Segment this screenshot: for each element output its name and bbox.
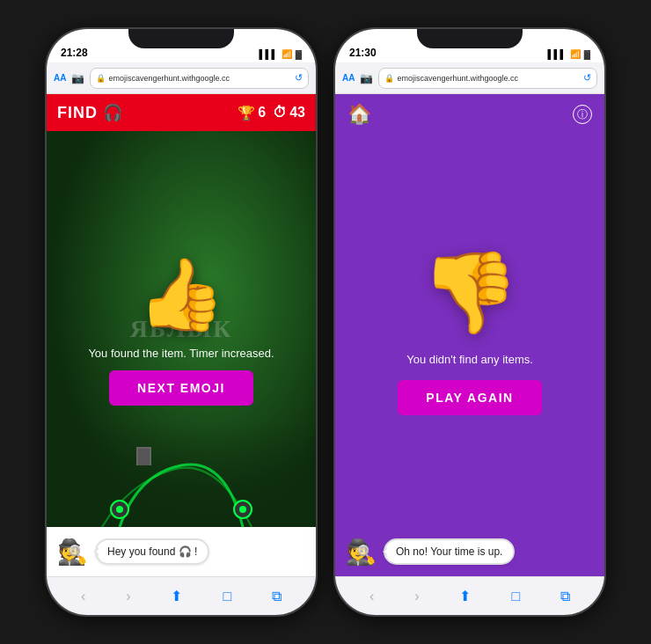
timer-value: 43 xyxy=(289,105,305,121)
url-text-1: emojiscavengerhunt.withgoogle.cc xyxy=(108,74,230,83)
timer-item: ⏱ 43 xyxy=(273,105,305,121)
score-item: 🏆 6 xyxy=(238,105,266,121)
reload-icon-2[interactable]: ↺ xyxy=(583,72,591,84)
battery-icon: ▓ xyxy=(296,49,302,59)
status-icons-2: ▌▌▌ 📶 ▓ xyxy=(547,49,590,59)
info-icon[interactable]: ⓘ xyxy=(573,105,592,124)
url-bar-2: AA 📷 🔒 emojiscavengerhunt.withgoogle.cc … xyxy=(335,62,604,94)
back-button-1[interactable]: ‹ xyxy=(74,585,92,608)
safari-bar-1: ‹ › ⬆ □ ⧉ xyxy=(47,576,316,615)
url-pill-2[interactable]: 🔒 emojiscavengerhunt.withgoogle.cc ↺ xyxy=(378,68,597,89)
forward-button-1[interactable]: › xyxy=(119,585,137,608)
notch-1 xyxy=(128,29,234,48)
lock-icon-2: 🔒 xyxy=(384,74,394,83)
time-1: 21:28 xyxy=(61,47,88,59)
chat-area-2: 🕵️ Oh no! Your time is up. xyxy=(335,527,604,576)
signal-icon: ▌▌▌ xyxy=(259,49,277,59)
found-text: You found the item. Timer increased. xyxy=(88,347,274,360)
time-2: 21:30 xyxy=(349,47,377,59)
url-bar-1: AA 📷 🔒 emojiscavengerhunt.withgoogle.cc … xyxy=(47,62,316,94)
thumbsdown-emoji: 👎 xyxy=(421,246,519,339)
phone-2: 21:30 ▌▌▌ 📶 ▓ AA 📷 🔒 emojiscavengerhunt.… xyxy=(333,27,606,617)
url-pill-1[interactable]: 🔒 emojiscavengerhunt.withgoogle.cc ↺ xyxy=(90,68,309,89)
tabs-button-2[interactable]: ⧉ xyxy=(553,585,577,608)
chat-avatar-1: 🕵️ xyxy=(57,538,88,567)
chat-bubble-1: Hey you found 🎧 ! xyxy=(95,538,209,565)
house-emoji: 🏠 xyxy=(347,103,371,126)
svg-point-3 xyxy=(239,506,246,513)
lock-icon-1: 🔒 xyxy=(96,74,106,83)
chat-text-2: Oh no! Your time is up. xyxy=(396,545,502,558)
next-emoji-button[interactable]: NEXT EMOJI xyxy=(109,370,253,406)
app-content-2: 🏠 ⓘ 👎 You didn't find any items. PLAY AG… xyxy=(335,94,604,576)
status-icons-1: ▌▌▌ 📶 ▓ xyxy=(259,49,302,59)
chat-bubble-2: Oh no! Your time is up. xyxy=(384,538,515,565)
bookmarks-button-2[interactable]: □ xyxy=(504,585,527,608)
earphones-decoration xyxy=(47,421,316,527)
app-content-1: FIND 🎧 🏆 6 ⏱ 43 ЯБЛЫК 👍 You found the it… xyxy=(47,94,316,576)
camera-icon-2: 📷 xyxy=(360,72,373,84)
bookmarks-button-1[interactable]: □ xyxy=(216,585,238,608)
find-label: FIND 🎧 xyxy=(57,103,123,122)
share-button-2[interactable]: ⬆ xyxy=(452,584,478,608)
purple-header: 🏠 ⓘ xyxy=(335,94,604,135)
game-area-1: ЯБЛЫК 👍 You found the item. Timer increa… xyxy=(47,131,316,527)
wifi-icon-2: 📶 xyxy=(570,49,581,59)
aa-button-1[interactable]: AA xyxy=(54,73,66,83)
score-value: 6 xyxy=(258,105,266,121)
camera-icon-1: 📷 xyxy=(71,72,84,84)
signal-icon-2: ▌▌▌ xyxy=(547,49,566,59)
reload-icon-1[interactable]: ↺ xyxy=(295,72,303,84)
svg-point-2 xyxy=(116,506,123,513)
wifi-icon: 📶 xyxy=(282,49,292,59)
no-find-text: You didn't find any items. xyxy=(406,353,533,366)
forward-button-2[interactable]: › xyxy=(407,585,426,608)
find-scores: 🏆 6 ⏱ 43 xyxy=(238,105,305,121)
share-button-1[interactable]: ⬆ xyxy=(164,584,189,608)
chat-area-1: 🕵️ Hey you found 🎧 ! xyxy=(47,527,316,576)
battery-icon-2: ▓ xyxy=(584,49,590,59)
game-area-2: 👎 You didn't find any items. PLAY AGAIN xyxy=(335,135,604,527)
url-text-2: emojiscavengerhunt.withgoogle.cc xyxy=(397,74,518,83)
aa-button-2[interactable]: AA xyxy=(342,73,355,83)
notch-2 xyxy=(417,29,523,48)
play-again-button[interactable]: PLAY AGAIN xyxy=(398,380,541,415)
chat-text-1: Hey you found 🎧 ! xyxy=(107,545,197,558)
thumbsup-emoji: 👍 xyxy=(137,253,225,336)
safari-bar-2: ‹ › ⬆ □ ⧉ xyxy=(335,576,604,615)
chat-avatar-2: 🕵️ xyxy=(346,538,377,567)
find-bar: FIND 🎧 🏆 6 ⏱ 43 xyxy=(47,94,316,131)
phone-1: 21:28 ▌▌▌ 📶 ▓ AA 📷 🔒 emojiscavengerhunt.… xyxy=(45,27,318,617)
tabs-button-1[interactable]: ⧉ xyxy=(265,585,289,608)
back-button-2[interactable]: ‹ xyxy=(362,585,381,608)
